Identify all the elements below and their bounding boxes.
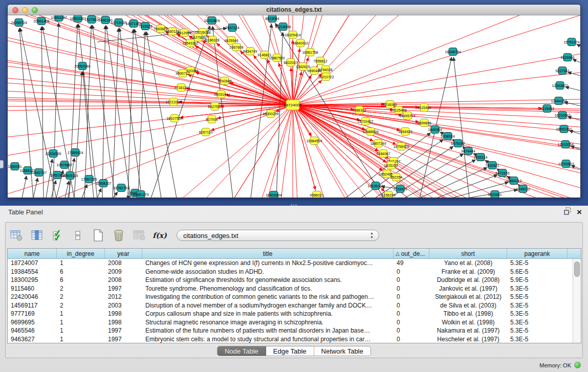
- table-row[interactable]: 1830029562008Estimation of significance …: [8, 276, 573, 285]
- tab-edge-table[interactable]: Edge Table: [266, 346, 314, 356]
- graph-node[interactable]: 18325419: [285, 31, 300, 39]
- new-column-icon[interactable]: [92, 229, 105, 242]
- graph-node[interactable]: 19756928: [393, 143, 409, 150]
- table-row[interactable]: 946362711997Embryonic stem cells: a mode…: [8, 335, 573, 343]
- table-settings-icon[interactable]: [10, 229, 23, 242]
- table-panel-content: f(x) citations_edges.txt ▲▼ namein_degre…: [5, 222, 583, 358]
- network-table-select[interactable]: citations_edges.txt ▲▼: [177, 230, 379, 241]
- citation-network-graph[interactable]: 1872400724055724206914061065328716553287…: [8, 15, 580, 198]
- graph-node[interactable]: 16948784: [445, 48, 461, 56]
- table-row[interactable]: 1872400712008Changes of HCN gene express…: [8, 259, 573, 268]
- close-panel-icon[interactable]: ×: [577, 208, 582, 216]
- vertical-scrollbar[interactable]: [573, 259, 581, 343]
- graph-node-label: 1640954: [428, 128, 442, 132]
- column-header-short[interactable]: short: [429, 249, 507, 258]
- table-row[interactable]: 946554611997Estimation of the future num…: [8, 326, 573, 335]
- table-row[interactable]: 969969511998Structural magnetic resonanc…: [8, 318, 573, 327]
- graph-node[interactable]: 16033809: [204, 17, 220, 25]
- graph-node[interactable]: 17359924: [67, 149, 83, 157]
- graph-node[interactable]: 12103054: [557, 141, 573, 148]
- graph-node[interactable]: 18107554: [166, 115, 182, 122]
- graph-node[interactable]: 7832621: [485, 162, 499, 169]
- graph-node[interactable]: 9329966: [560, 54, 574, 61]
- graph-node[interactable]: 817004: [206, 116, 217, 123]
- column-header-out_de[interactable]: △out_de...: [394, 249, 429, 258]
- graph-node-label: 9699695: [417, 121, 431, 125]
- table-toolbar: f(x) citations_edges.txt ▲▼: [10, 227, 379, 244]
- cell-year: 1998: [105, 318, 142, 327]
- column-header-pagerank[interactable]: pagerank: [507, 249, 568, 258]
- graph-node[interactable]: 9474444: [461, 147, 475, 155]
- network-canvas[interactable]: 1872400724055724206914061065328716553287…: [8, 15, 580, 198]
- graph-node[interactable]: 1733426: [393, 185, 407, 193]
- graph-node[interactable]: 12213399: [165, 98, 181, 106]
- select-column-icon[interactable]: [30, 229, 43, 242]
- column-header-title[interactable]: title: [142, 249, 394, 258]
- graph-node[interactable]: 8471676: [495, 169, 509, 177]
- cell-name: 9463627: [8, 335, 57, 343]
- graph-node[interactable]: 9115460: [418, 104, 431, 112]
- cell-short: Franke et al. (2009): [429, 268, 507, 276]
- select-all-rows-icon[interactable]: [51, 229, 64, 242]
- cell-title: Genome-wide association studies in ADHD.: [142, 268, 394, 276]
- graph-node[interactable]: 8454749: [243, 48, 257, 55]
- tab-network-table[interactable]: Network Table: [314, 346, 371, 356]
- graph-node-label: 11942737: [31, 171, 47, 174]
- cell-name: 18724007: [8, 259, 57, 268]
- delete-column-trash-icon[interactable]: [112, 229, 125, 242]
- graph-node[interactable]: 9629401: [488, 191, 502, 199]
- graph-node[interactable]: 7986322: [352, 106, 366, 114]
- graph-node[interactable]: 16553287: [70, 15, 85, 23]
- graph-node[interactable]: 9654923: [398, 128, 412, 136]
- function-builder-icon[interactable]: f(x): [153, 229, 166, 242]
- cell-short: Nakamura et al. (1997): [429, 326, 507, 335]
- graph-node[interactable]: 8267110: [199, 128, 213, 136]
- table-row[interactable]: 911546021997Tourette syndrome. Phenomeno…: [8, 285, 573, 293]
- deselect-rows-icon[interactable]: [71, 229, 84, 242]
- graph-node[interactable]: 9227342: [555, 67, 569, 75]
- column-header-name[interactable]: name: [8, 249, 57, 258]
- graph-node[interactable]: 15720407: [357, 118, 373, 125]
- table-row[interactable]: 977716911998Corpus callosum shape and si…: [8, 310, 573, 318]
- graph-node[interactable]: 12093872: [552, 82, 568, 90]
- graph-node[interactable]: 16210722: [318, 73, 334, 81]
- graph-node[interactable]: 10790603: [558, 160, 574, 168]
- graph-node[interactable]: 24055724: [11, 19, 27, 27]
- scrollbar-thumb[interactable]: [574, 261, 580, 277]
- graph-node[interactable]: 252254: [390, 173, 402, 181]
- graph-node[interactable]: 20053346: [74, 62, 90, 70]
- graph-node[interactable]: 19384554: [306, 137, 322, 145]
- graph-node[interactable]: 10654112: [506, 177, 522, 185]
- cell-year: 1998: [105, 310, 142, 318]
- collapse-panel-handle[interactable]: [0, 160, 4, 168]
- graph-node-label: 9115460: [418, 106, 431, 110]
- graph-node[interactable]: 8813054: [265, 15, 279, 23]
- table-row[interactable]: 2242004622012Investigating the contribut…: [8, 293, 573, 301]
- column-header-year[interactable]: year: [105, 249, 142, 258]
- graph-node[interactable]: 16958107: [95, 180, 111, 187]
- graph-node[interactable]: 9245012: [516, 185, 530, 193]
- graph-node[interactable]: 16961758: [302, 49, 318, 56]
- graph-node[interactable]: 18300295: [263, 110, 278, 118]
- graph-node-label: 7955812: [313, 59, 327, 63]
- graph-node-label: 15692391: [556, 127, 572, 131]
- graph-node[interactable]: 2803144: [214, 91, 228, 98]
- cell-name: 9777169: [8, 310, 57, 318]
- tab-node-table[interactable]: Node Table: [217, 346, 266, 356]
- graph-node[interactable]: 7857224: [225, 24, 239, 32]
- float-panel-icon[interactable]: [564, 207, 572, 217]
- graph-node[interactable]: 9586021: [310, 191, 323, 199]
- network-window-titlebar[interactable]: citations_edges.txt: [8, 5, 580, 15]
- table-row[interactable]: 1456911722003Disruption of a novel membe…: [8, 301, 573, 310]
- memory-ok-icon[interactable]: [574, 362, 581, 368]
- graph-node-label: 6794028: [318, 68, 332, 72]
- panel-divider-handle[interactable]: [291, 204, 297, 207]
- graph-node[interactable]: 18640910: [292, 39, 308, 47]
- graph-node[interactable]: 7955812: [313, 57, 327, 65]
- graph-hub-node[interactable]: 18724007: [284, 100, 302, 110]
- graph-node[interactable]: 10719155: [111, 19, 126, 27]
- graph-node[interactable]: 10975887: [56, 161, 72, 169]
- table-row[interactable]: 1938455462009Genome-wide association stu…: [8, 268, 573, 276]
- graph-node[interactable]: 16782753: [113, 184, 129, 192]
- column-header-in_degree[interactable]: in_degree: [57, 249, 105, 258]
